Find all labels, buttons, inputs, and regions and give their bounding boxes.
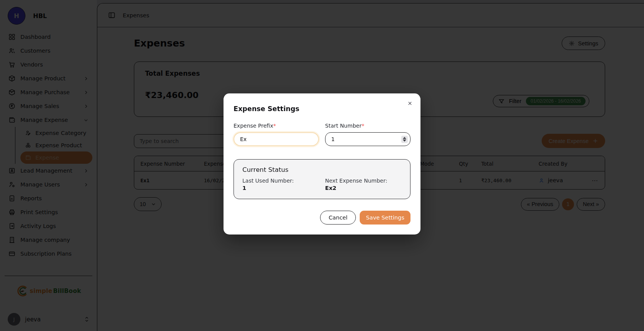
current-status-box: Current Status Last Used Number: 1 Next … — [234, 159, 410, 199]
cancel-button[interactable]: Cancel — [320, 211, 356, 225]
expense-prefix-label: Expense Prefix* — [234, 123, 319, 129]
required-asterisk: * — [273, 123, 276, 129]
last-used-number-value: 1 — [242, 185, 319, 191]
current-status-title: Current Status — [242, 166, 402, 173]
modal-title: Expense Settings — [234, 105, 410, 113]
expense-prefix-field-group: Expense Prefix* — [234, 123, 319, 146]
required-asterisk: * — [362, 123, 364, 129]
start-number-field-group: Start Number* — [325, 123, 410, 146]
save-settings-button[interactable]: Save Settings — [360, 211, 410, 225]
number-stepper-icon[interactable] — [401, 136, 408, 143]
next-expense-number-value: Ex2 — [325, 185, 402, 191]
expense-settings-modal: × Expense Settings Expense Prefix* Start… — [224, 93, 420, 235]
last-used-number-label: Last Used Number: — [242, 178, 319, 184]
start-number-input[interactable] — [325, 132, 410, 146]
next-expense-number-label: Next Expense Number: — [325, 178, 402, 184]
close-icon[interactable]: × — [408, 100, 412, 107]
expense-prefix-input[interactable] — [234, 132, 319, 146]
start-number-label: Start Number* — [325, 123, 410, 129]
